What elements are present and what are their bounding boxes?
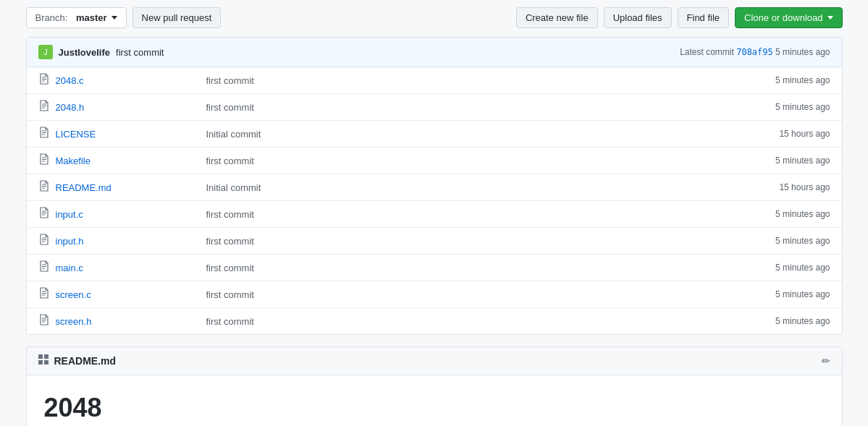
file-time: 5 minutes ago	[743, 209, 830, 219]
clone-or-download-button[interactable]: Clone or download	[735, 7, 842, 28]
table-row: main.cfirst commit5 minutes ago	[27, 255, 842, 281]
branch-button[interactable]: Branch: master	[26, 7, 127, 28]
readme-body: 2048	[27, 375, 842, 426]
file-icon	[38, 234, 50, 248]
file-commit-message: first commit	[206, 156, 738, 166]
file-commit-message: first commit	[206, 102, 738, 113]
table-row: 2048.cfirst commit5 minutes ago	[27, 67, 842, 94]
commit-header: J Justlovelife first commit Latest commi…	[27, 38, 842, 67]
file-time: 15 hours ago	[743, 182, 830, 192]
file-time: 5 minutes ago	[743, 102, 830, 112]
readme-heading: 2048	[44, 393, 102, 426]
file-commit-message: Initial commit	[206, 182, 738, 193]
file-name-link[interactable]: Makefile	[56, 156, 201, 166]
file-name-link[interactable]: input.c	[56, 209, 201, 220]
file-icon	[38, 207, 50, 221]
file-name-link[interactable]: 2048.c	[56, 75, 201, 86]
file-name-link[interactable]: LICENSE	[56, 129, 201, 140]
file-name-link[interactable]: 2048.h	[56, 102, 201, 113]
file-icon	[38, 287, 50, 302]
file-icon	[38, 153, 50, 168]
table-row: screen.cfirst commit5 minutes ago	[27, 281, 842, 308]
file-icon	[38, 73, 50, 88]
table-row: input.hfirst commit5 minutes ago	[27, 228, 842, 255]
file-time: 5 minutes ago	[743, 289, 830, 299]
readme-edit-button[interactable]: ✏	[822, 355, 830, 367]
file-commit-message: first commit	[206, 289, 738, 300]
readme-header: README.md ✏	[27, 347, 842, 375]
table-row: Makefilefirst commit5 minutes ago	[27, 148, 842, 174]
readme-section: README.md ✏ 2048	[26, 346, 843, 426]
file-time: 5 minutes ago	[743, 263, 830, 273]
toolbar-left: Branch: master New pull request	[26, 7, 222, 28]
readme-title: README.md	[38, 354, 117, 367]
grid-icon	[38, 354, 49, 367]
file-icon	[38, 100, 50, 114]
commit-meta: Latest commit 708af95 5 minutes ago	[680, 47, 830, 57]
table-row: 2048.hfirst commit5 minutes ago	[27, 94, 842, 121]
avatar: J	[38, 45, 53, 59]
branch-caret-icon	[111, 16, 117, 20]
table-row: README.mdInitial commit15 hours ago	[27, 174, 842, 201]
svg-text:J: J	[43, 48, 48, 56]
file-commit-message: first commit	[206, 263, 738, 273]
file-time: 5 minutes ago	[743, 316, 830, 326]
file-name-link[interactable]: screen.c	[56, 289, 201, 300]
svg-rect-32	[38, 354, 43, 359]
file-icon	[38, 127, 50, 141]
file-time: 5 minutes ago	[743, 75, 830, 85]
file-table: J Justlovelife first commit Latest commi…	[26, 37, 843, 335]
table-row: screen.hfirst commit5 minutes ago	[27, 308, 842, 334]
file-time: 5 minutes ago	[743, 156, 830, 166]
branch-name: master	[76, 12, 107, 23]
file-name-link[interactable]: README.md	[56, 182, 201, 193]
file-icon	[38, 314, 50, 328]
file-commit-message: first commit	[206, 316, 738, 327]
toolbar: Branch: master New pull request Create n…	[26, 7, 843, 28]
branch-label: Branch:	[35, 12, 68, 23]
file-name-link[interactable]: main.c	[56, 263, 201, 273]
file-name-link[interactable]: screen.h	[56, 316, 201, 327]
file-rows: 2048.cfirst commit5 minutes ago 2048.hfi…	[27, 67, 842, 334]
file-icon	[38, 260, 50, 275]
readme-title-text: README.md	[54, 355, 117, 367]
table-row: input.cfirst commit5 minutes ago	[27, 201, 842, 228]
commit-author[interactable]: Justlovelife	[59, 47, 111, 58]
file-time: 15 hours ago	[743, 129, 830, 139]
find-file-button[interactable]: Find file	[678, 7, 730, 28]
file-commit-message: first commit	[206, 236, 738, 247]
toolbar-right: Create new file Upload files Find file C…	[516, 7, 843, 28]
svg-rect-33	[44, 354, 49, 359]
new-pull-request-button[interactable]: New pull request	[132, 7, 222, 28]
create-new-file-button[interactable]: Create new file	[516, 7, 598, 28]
file-commit-message: first commit	[206, 75, 738, 86]
upload-files-button[interactable]: Upload files	[604, 7, 672, 28]
file-time: 5 minutes ago	[743, 236, 830, 246]
commit-message: first commit	[116, 47, 164, 58]
clone-caret-icon	[827, 16, 833, 20]
file-icon	[38, 180, 50, 195]
svg-rect-35	[44, 360, 49, 365]
table-row: LICENSEInitial commit15 hours ago	[27, 121, 842, 148]
svg-rect-34	[38, 360, 43, 365]
file-name-link[interactable]: input.h	[56, 236, 201, 247]
file-commit-message: Initial commit	[206, 129, 738, 140]
file-commit-message: first commit	[206, 209, 738, 220]
commit-hash-link[interactable]: 708af95	[736, 47, 773, 57]
